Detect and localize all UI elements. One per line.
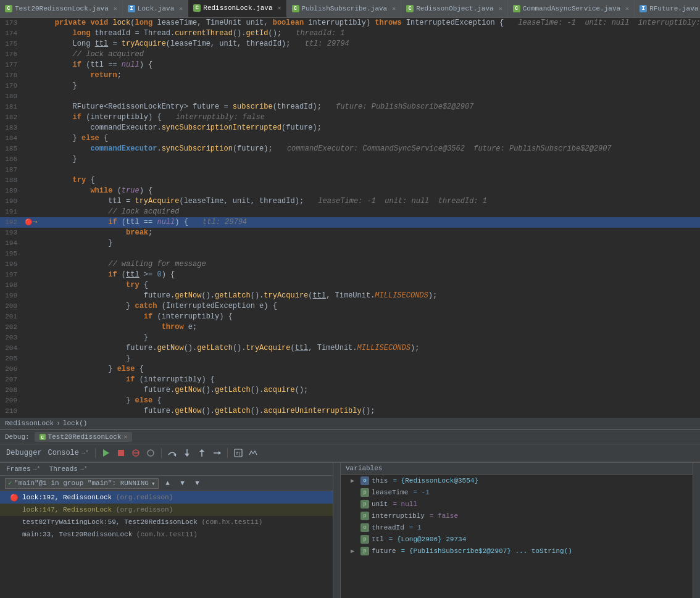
close-icon[interactable]: ✕: [114, 5, 117, 12]
left-scrollbar[interactable]: [333, 463, 341, 598]
frame-item-3[interactable]: main:33, Test20RedissonLock (com.hx.test…: [0, 528, 333, 541]
gutter-193: [25, 228, 37, 238]
gutter-178: [25, 70, 37, 81]
session-label: Test20RedissonLock: [48, 433, 122, 441]
session-close-icon[interactable]: ✕: [123, 433, 127, 441]
var-interruptibly[interactable]: p interruptibly = false: [341, 510, 693, 521]
frames-threads-tabs: Frames →* Threads →*: [0, 463, 333, 476]
close-icon[interactable]: ✕: [499, 5, 502, 12]
step-into-button[interactable]: [180, 446, 194, 460]
right-scrollbar[interactable]: [693, 463, 700, 598]
frame-list: 🔴 lock:192, RedissonLock (org.redisson) …: [0, 491, 333, 598]
gutter-209: [25, 396, 37, 406]
gutter-189: [25, 186, 37, 196]
step-out-button[interactable]: [195, 446, 209, 460]
frame-label: main:33, Test20RedissonLock (com.hx.test…: [22, 531, 198, 538]
expand-icon: ▶: [351, 547, 358, 555]
debugger-tab[interactable]: Debugger: [4, 448, 44, 458]
tab-lock[interactable]: I Lock.java ✕: [123, 0, 188, 17]
frame-item-1[interactable]: lock:147, RedissonLock (org.redisson): [0, 504, 333, 516]
code-line-181: 181 RFuture<RedissonLockEntry> future = …: [0, 102, 700, 112]
var-ttl[interactable]: p ttl = {Long@2906} 29734: [341, 533, 693, 545]
resume-button[interactable]: [99, 446, 113, 460]
tab-test20[interactable]: C Test20RedissonLock.java ✕: [0, 0, 123, 17]
gutter-174: [25, 28, 37, 39]
frame-label: test02TryWaitingLock:59, Test20RedissonL…: [22, 518, 262, 526]
close-icon[interactable]: ✕: [625, 5, 629, 12]
gutter-183: [25, 123, 37, 133]
debug-session-bar: Debug: C Test20RedissonLock ✕: [0, 430, 700, 444]
var-type-icon: p: [360, 535, 369, 544]
tab-redissonobject[interactable]: C RedissonObject.java ✕: [401, 0, 507, 17]
var-future[interactable]: ▶ p future = {PublishSubscribe$2@2907} .…: [341, 545, 693, 557]
close-icon[interactable]: ✕: [278, 4, 281, 12]
threads-arrow-icon: →*: [80, 466, 88, 473]
var-leasetime[interactable]: p leaseTime = -1: [341, 486, 693, 498]
debug-session-tab[interactable]: C Test20RedissonLock ✕: [35, 432, 133, 442]
variables-header: Variables: [341, 463, 693, 475]
breadcrumb-method[interactable]: lock(): [63, 420, 88, 427]
code-line-209: 209 } else {: [0, 396, 700, 406]
thread-up-button[interactable]: ▲: [162, 478, 173, 489]
stop-button[interactable]: [114, 446, 128, 460]
frames-tab[interactable]: Frames →*: [4, 465, 43, 473]
gutter-207: [25, 375, 37, 385]
run-to-cursor-button[interactable]: [210, 446, 223, 460]
code-line-193: 193 break;: [0, 228, 700, 238]
code-line-200: 200 } catch (InterruptedException e) {: [0, 301, 700, 312]
tab-label: Test20RedissonLock.java: [15, 5, 109, 12]
mute-breakpoints-button[interactable]: [144, 446, 157, 460]
code-line-176: 176 // lock acquired: [0, 49, 700, 60]
tab-publishsubscribe[interactable]: C PublishSubscribe.java ✕: [287, 0, 402, 17]
breakpoint-icon: 🔴: [25, 217, 32, 228]
code-line-202: 202 throw e;: [0, 322, 700, 333]
trace-button[interactable]: [246, 446, 260, 460]
tab-icon: C: [406, 5, 414, 12]
tab-label: Lock.java: [138, 5, 174, 12]
tab-rfuture[interactable]: I RFuture.java ✕: [635, 0, 700, 17]
var-this[interactable]: ▶ o this = {RedissonLock@3554}: [341, 475, 693, 486]
frames-arrow-icon: →*: [33, 466, 41, 473]
tab-label: RedissonLock.java: [203, 4, 272, 12]
tab-icon: C: [292, 5, 299, 12]
console-arrow: →*: [81, 450, 89, 457]
frame-label: lock:192, RedissonLock (org.redisson): [22, 494, 173, 501]
tab-redissonlock[interactable]: C RedissonLock.java ✕: [188, 0, 286, 17]
gutter-176: [25, 49, 37, 60]
code-line-195: 195: [0, 249, 700, 259]
frames-label: Frames: [6, 465, 31, 473]
breadcrumb-class[interactable]: RedissonLock: [5, 420, 54, 427]
var-threadid[interactable]: o threadId = 1: [341, 521, 693, 533]
tab-icon: I: [640, 5, 647, 12]
gutter-200: [25, 301, 37, 312]
var-unit[interactable]: p unit = null: [341, 498, 693, 510]
code-line-199: 199 future.getNow().getLatch().tryAcquir…: [0, 291, 700, 301]
code-line-178: 178 return;: [0, 70, 700, 81]
thread-down-button[interactable]: ▼: [177, 478, 188, 489]
thread-filter-button[interactable]: ▼: [192, 478, 203, 489]
svg-point-4: [148, 450, 154, 456]
code-lines[interactable]: 173 private void lock(long leaseTime, Ti…: [0, 18, 700, 418]
var-type-icon: o: [360, 523, 369, 532]
thread-dropdown[interactable]: ✓ "main"@1 in group "main": RUNNING ▾: [5, 478, 159, 489]
code-line-208: 208 future.getNow().getLatch().acquire()…: [0, 385, 700, 396]
evaluate-expression-button[interactable]: f(): [231, 446, 245, 460]
frame-label: lock:147, RedissonLock (org.redisson): [22, 506, 173, 513]
gutter-199: [25, 291, 37, 301]
code-line-191: 191 // lock acquired: [0, 207, 700, 217]
close-icon[interactable]: ✕: [179, 5, 183, 12]
frame-item-0[interactable]: 🔴 lock:192, RedissonLock (org.redisson): [0, 491, 333, 504]
thread-name: "main"@1 in group "main": RUNNING: [14, 480, 149, 487]
view-breakpoints-button[interactable]: [129, 446, 143, 460]
threads-tab[interactable]: Threads →*: [47, 465, 90, 473]
toolbar-separator-2: [161, 448, 162, 458]
step-over-button[interactable]: [165, 446, 179, 460]
tab-label: RFuture.java: [649, 5, 698, 12]
frame-item-2[interactable]: test02TryWaitingLock:59, Test20RedissonL…: [0, 516, 333, 528]
close-icon[interactable]: ✕: [392, 5, 396, 12]
gutter-205: [25, 354, 37, 364]
console-tab[interactable]: Console →*: [46, 448, 91, 458]
gutter-192: 🔴 →: [25, 217, 37, 228]
gutter-185: [25, 144, 37, 154]
tab-commandasync[interactable]: C CommandAsyncService.java ✕: [508, 0, 635, 17]
